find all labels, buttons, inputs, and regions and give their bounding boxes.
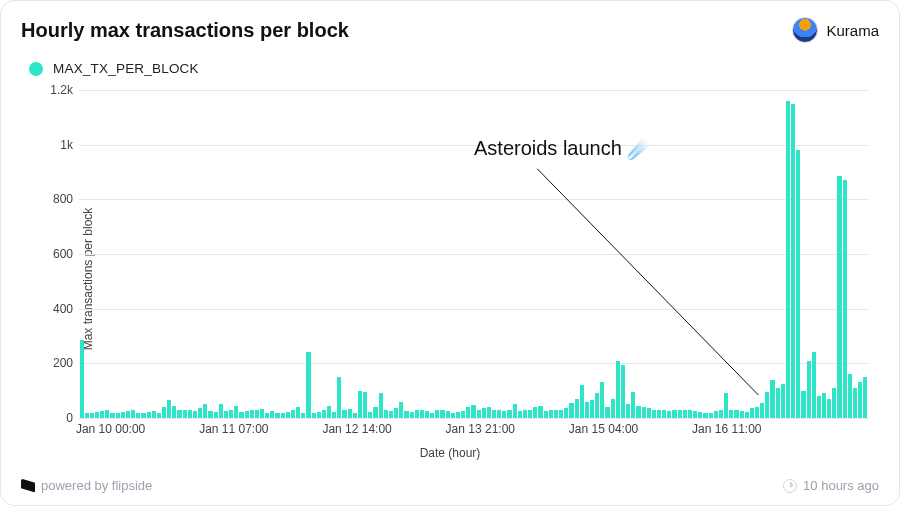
bar (745, 412, 749, 418)
bar (657, 410, 661, 418)
x-tick-label: Jan 13 21:00 (446, 422, 515, 436)
bar (724, 393, 728, 418)
bar (270, 411, 274, 418)
bar (456, 412, 460, 418)
annotation-label: Asteroids launch ☄️ (474, 136, 652, 160)
legend-color-swatch (29, 62, 43, 76)
bar (157, 413, 161, 418)
y-tick-label: 1.2k (50, 83, 73, 97)
bar (208, 411, 212, 418)
chart-title: Hourly max transactions per block (21, 19, 349, 42)
bar (245, 411, 249, 418)
bar (141, 413, 145, 418)
bar (110, 413, 114, 418)
bar (518, 411, 522, 418)
bar (363, 392, 367, 418)
bar (198, 408, 202, 418)
author-chip[interactable]: Kurama (792, 17, 879, 43)
bar (616, 361, 620, 418)
bar (446, 411, 450, 418)
chart-area: Max transactions per block 0200400600800… (21, 84, 879, 474)
bar (116, 413, 120, 418)
bar (260, 409, 264, 418)
avatar (792, 17, 818, 43)
bar (306, 352, 310, 418)
bar (90, 413, 94, 418)
bar (162, 407, 166, 418)
bar (317, 412, 321, 418)
bar (621, 365, 625, 418)
bar (105, 410, 109, 418)
bar (471, 405, 475, 418)
bar (100, 411, 104, 418)
bar (239, 412, 243, 418)
bar (796, 150, 800, 418)
bar (554, 410, 558, 418)
bar (626, 404, 630, 418)
bar (642, 407, 646, 418)
powered-by[interactable]: powered by flipside (21, 478, 152, 493)
grid-line (79, 418, 869, 419)
bar (575, 399, 579, 418)
bar (358, 391, 362, 418)
bar (559, 410, 563, 418)
bar (482, 408, 486, 418)
bar (801, 391, 805, 418)
bar (688, 410, 692, 418)
bar (451, 413, 455, 418)
bar (440, 410, 444, 418)
bar (121, 412, 125, 418)
bar (595, 393, 599, 418)
bar (776, 388, 780, 418)
bar (750, 408, 754, 418)
powered-by-label: powered by flipside (41, 478, 152, 493)
bar (80, 340, 84, 418)
bar (430, 413, 434, 418)
bar (224, 411, 228, 418)
bar (719, 410, 723, 418)
bar (85, 413, 89, 418)
bar (647, 408, 651, 418)
y-tick-label: 200 (53, 356, 73, 370)
bar (172, 406, 176, 418)
timestamp-label: 10 hours ago (803, 478, 879, 493)
bar (848, 374, 852, 418)
bar (605, 407, 609, 418)
bar (193, 411, 197, 418)
bar (709, 413, 713, 418)
x-tick-label: Jan 11 07:00 (199, 422, 268, 436)
bar (410, 412, 414, 418)
bar (404, 411, 408, 418)
y-tick-label: 800 (53, 192, 73, 206)
bar (770, 380, 774, 418)
bar (342, 410, 346, 418)
bar (538, 406, 542, 418)
bar (203, 404, 207, 418)
bar (600, 382, 604, 418)
bar (843, 180, 847, 418)
bar (147, 412, 151, 418)
bar (415, 410, 419, 418)
bar (296, 407, 300, 418)
bar (755, 407, 759, 418)
legend: MAX_TX_PER_BLOCK (29, 61, 879, 76)
bar (765, 392, 769, 418)
bar (714, 411, 718, 418)
bar (544, 411, 548, 418)
bar (683, 410, 687, 418)
bar (95, 412, 99, 418)
bar (678, 410, 682, 418)
bar (348, 409, 352, 418)
bar (332, 412, 336, 418)
bar (853, 388, 857, 418)
bar (255, 410, 259, 418)
bar (152, 411, 156, 418)
bar (698, 412, 702, 418)
bar (827, 399, 831, 418)
timestamp: 10 hours ago (783, 478, 879, 493)
bar (291, 410, 295, 418)
bar (234, 406, 238, 418)
bar (177, 410, 181, 418)
bar (781, 384, 785, 418)
y-tick-label: 400 (53, 302, 73, 316)
